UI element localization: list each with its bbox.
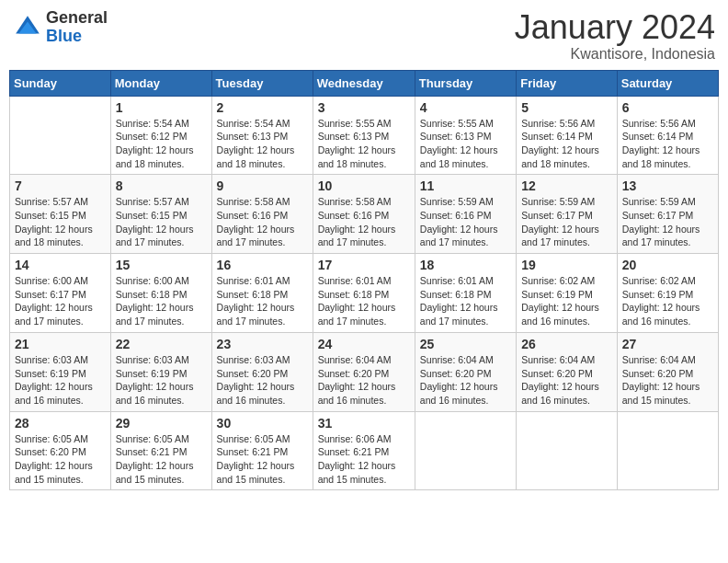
day-info: Sunrise: 5:59 AM Sunset: 6:17 PM Dayligh… <box>521 195 612 249</box>
day-number: 6 <box>622 100 713 115</box>
day-info: Sunrise: 6:04 AM Sunset: 6:20 PM Dayligh… <box>420 353 511 408</box>
calendar-header-friday: Friday <box>517 70 618 96</box>
day-number: 4 <box>420 100 511 115</box>
calendar-cell: 6Sunrise: 5:56 AM Sunset: 6:14 PM Daylig… <box>617 96 718 175</box>
calendar-cell: 30Sunrise: 6:05 AM Sunset: 6:21 PM Dayli… <box>211 411 313 490</box>
day-info: Sunrise: 6:04 AM Sunset: 6:20 PM Dayligh… <box>318 353 410 408</box>
logo-text: General Blue <box>46 9 108 46</box>
day-number: 19 <box>521 258 612 272</box>
calendar-cell: 14Sunrise: 6:00 AM Sunset: 6:17 PM Dayli… <box>10 254 111 333</box>
logo-blue-text: Blue <box>46 28 108 46</box>
day-info: Sunrise: 5:59 AM Sunset: 6:16 PM Dayligh… <box>420 195 511 249</box>
day-info: Sunrise: 5:57 AM Sunset: 6:15 PM Dayligh… <box>15 195 106 249</box>
calendar-header-row: SundayMondayTuesdayWednesdayThursdayFrid… <box>10 70 719 96</box>
day-number: 15 <box>116 258 207 272</box>
calendar-cell: 8Sunrise: 5:57 AM Sunset: 6:15 PM Daylig… <box>110 175 211 254</box>
calendar-cell: 9Sunrise: 5:58 AM Sunset: 6:16 PM Daylig… <box>211 175 313 254</box>
day-number: 22 <box>116 337 207 351</box>
calendar-cell: 21Sunrise: 6:03 AM Sunset: 6:19 PM Dayli… <box>10 332 111 411</box>
day-info: Sunrise: 6:03 AM Sunset: 6:20 PM Dayligh… <box>217 353 308 408</box>
day-info: Sunrise: 6:01 AM Sunset: 6:18 PM Dayligh… <box>318 274 410 328</box>
location-subtitle: Kwantisore, Indonesia <box>515 46 715 63</box>
page-header: General Blue January 2024 Kwantisore, In… <box>9 9 719 63</box>
calendar-cell: 13Sunrise: 5:59 AM Sunset: 6:17 PM Dayli… <box>617 175 718 254</box>
calendar-cell: 28Sunrise: 6:05 AM Sunset: 6:20 PM Dayli… <box>10 411 111 490</box>
calendar-cell: 4Sunrise: 5:55 AM Sunset: 6:13 PM Daylig… <box>415 96 516 175</box>
logo-icon <box>13 13 42 42</box>
day-info: Sunrise: 6:04 AM Sunset: 6:20 PM Dayligh… <box>521 353 612 408</box>
calendar-cell: 2Sunrise: 5:54 AM Sunset: 6:13 PM Daylig… <box>211 96 313 175</box>
calendar-header-sunday: Sunday <box>10 70 111 96</box>
calendar-week-3: 14Sunrise: 6:00 AM Sunset: 6:17 PM Dayli… <box>10 254 719 333</box>
day-number: 10 <box>318 178 410 193</box>
day-info: Sunrise: 5:58 AM Sunset: 6:16 PM Dayligh… <box>318 195 410 249</box>
day-number: 31 <box>318 416 410 431</box>
day-info: Sunrise: 5:54 AM Sunset: 6:12 PM Dayligh… <box>116 117 207 171</box>
calendar-cell: 24Sunrise: 6:04 AM Sunset: 6:20 PM Dayli… <box>313 332 415 411</box>
day-info: Sunrise: 6:05 AM Sunset: 6:20 PM Dayligh… <box>15 432 106 487</box>
day-info: Sunrise: 5:55 AM Sunset: 6:13 PM Dayligh… <box>420 117 511 171</box>
calendar-cell: 23Sunrise: 6:03 AM Sunset: 6:20 PM Dayli… <box>211 332 313 411</box>
calendar-cell: 3Sunrise: 5:55 AM Sunset: 6:13 PM Daylig… <box>313 96 415 175</box>
day-number: 27 <box>622 337 713 351</box>
day-info: Sunrise: 5:55 AM Sunset: 6:13 PM Dayligh… <box>318 117 410 171</box>
day-info: Sunrise: 6:00 AM Sunset: 6:18 PM Dayligh… <box>116 274 207 328</box>
day-info: Sunrise: 5:54 AM Sunset: 6:13 PM Dayligh… <box>217 117 308 171</box>
day-info: Sunrise: 6:02 AM Sunset: 6:19 PM Dayligh… <box>521 274 612 328</box>
calendar-cell: 18Sunrise: 6:01 AM Sunset: 6:18 PM Dayli… <box>415 254 516 333</box>
day-info: Sunrise: 6:03 AM Sunset: 6:19 PM Dayligh… <box>116 353 207 408</box>
calendar-cell: 19Sunrise: 6:02 AM Sunset: 6:19 PM Dayli… <box>517 254 618 333</box>
calendar-header-monday: Monday <box>110 70 211 96</box>
calendar-header-wednesday: Wednesday <box>313 70 415 96</box>
day-number: 25 <box>420 337 511 351</box>
calendar-cell: 26Sunrise: 6:04 AM Sunset: 6:20 PM Dayli… <box>517 332 618 411</box>
calendar-cell: 16Sunrise: 6:01 AM Sunset: 6:18 PM Dayli… <box>211 254 313 333</box>
calendar-cell: 7Sunrise: 5:57 AM Sunset: 6:15 PM Daylig… <box>10 175 111 254</box>
calendar-cell <box>617 411 718 490</box>
day-number: 21 <box>15 337 106 351</box>
day-info: Sunrise: 5:57 AM Sunset: 6:15 PM Dayligh… <box>116 195 207 249</box>
calendar-week-4: 21Sunrise: 6:03 AM Sunset: 6:19 PM Dayli… <box>10 332 719 411</box>
day-number: 29 <box>116 416 207 431</box>
day-info: Sunrise: 6:04 AM Sunset: 6:20 PM Dayligh… <box>622 353 713 408</box>
day-number: 28 <box>15 416 106 431</box>
logo: General Blue <box>13 9 108 46</box>
calendar-cell <box>517 411 618 490</box>
calendar-cell: 20Sunrise: 6:02 AM Sunset: 6:19 PM Dayli… <box>617 254 718 333</box>
day-info: Sunrise: 6:00 AM Sunset: 6:17 PM Dayligh… <box>15 274 106 328</box>
day-number: 16 <box>217 258 308 272</box>
logo-general-text: General <box>46 9 108 28</box>
day-info: Sunrise: 6:01 AM Sunset: 6:18 PM Dayligh… <box>217 274 308 328</box>
calendar-cell: 22Sunrise: 6:03 AM Sunset: 6:19 PM Dayli… <box>110 332 211 411</box>
day-info: Sunrise: 5:58 AM Sunset: 6:16 PM Dayligh… <box>217 195 308 249</box>
calendar-cell: 10Sunrise: 5:58 AM Sunset: 6:16 PM Dayli… <box>313 175 415 254</box>
calendar-week-2: 7Sunrise: 5:57 AM Sunset: 6:15 PM Daylig… <box>10 175 719 254</box>
day-number: 24 <box>318 337 410 351</box>
day-number: 30 <box>217 416 308 431</box>
day-number: 17 <box>318 258 410 272</box>
day-number: 26 <box>521 337 612 351</box>
day-number: 11 <box>420 178 511 193</box>
calendar-cell: 5Sunrise: 5:56 AM Sunset: 6:14 PM Daylig… <box>517 96 618 175</box>
calendar-cell: 1Sunrise: 5:54 AM Sunset: 6:12 PM Daylig… <box>110 96 211 175</box>
day-number: 20 <box>622 258 713 272</box>
calendar-header-saturday: Saturday <box>617 70 718 96</box>
day-number: 23 <box>217 337 308 351</box>
calendar-cell: 25Sunrise: 6:04 AM Sunset: 6:20 PM Dayli… <box>415 332 516 411</box>
day-number: 7 <box>15 178 106 193</box>
day-number: 9 <box>217 178 308 193</box>
day-info: Sunrise: 6:01 AM Sunset: 6:18 PM Dayligh… <box>420 274 511 328</box>
calendar-table: SundayMondayTuesdayWednesdayThursdayFrid… <box>9 70 719 491</box>
day-number: 14 <box>15 258 106 272</box>
month-year-title: January 2024 <box>515 9 715 46</box>
calendar-cell: 17Sunrise: 6:01 AM Sunset: 6:18 PM Dayli… <box>313 254 415 333</box>
day-number: 12 <box>521 178 612 193</box>
day-number: 18 <box>420 258 511 272</box>
day-number: 1 <box>116 100 207 115</box>
day-info: Sunrise: 5:56 AM Sunset: 6:14 PM Dayligh… <box>622 117 713 171</box>
calendar-cell: 27Sunrise: 6:04 AM Sunset: 6:20 PM Dayli… <box>617 332 718 411</box>
day-number: 5 <box>521 100 612 115</box>
day-info: Sunrise: 5:56 AM Sunset: 6:14 PM Dayligh… <box>521 117 612 171</box>
calendar-header-thursday: Thursday <box>415 70 516 96</box>
day-number: 3 <box>318 100 410 115</box>
